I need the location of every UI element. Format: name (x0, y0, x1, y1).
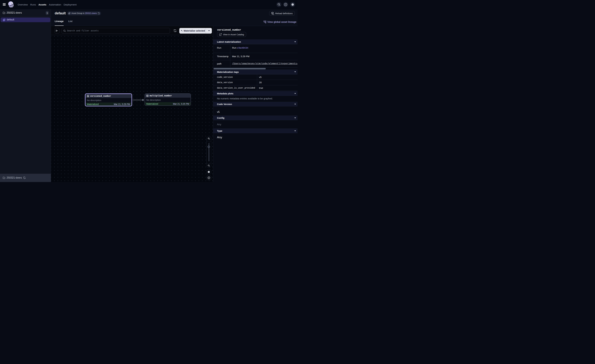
svg-text:?: ? (285, 4, 286, 6)
